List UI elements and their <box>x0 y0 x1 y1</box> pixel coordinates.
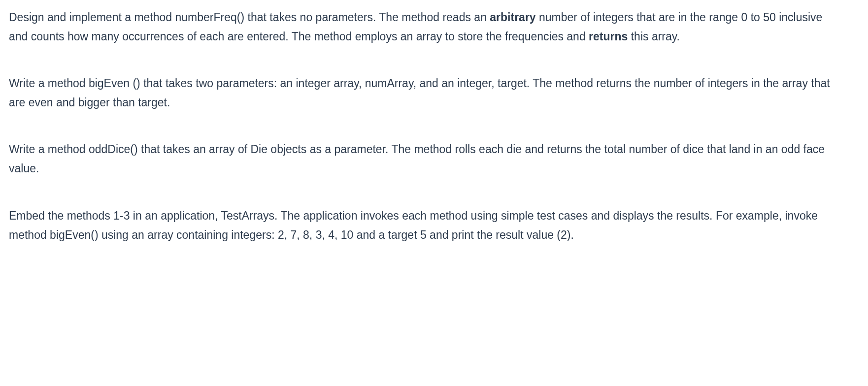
text-segment: Write a method bigEven () that takes two… <box>9 77 830 109</box>
bold-arbitrary: arbitrary <box>490 11 535 24</box>
paragraph-4: Embed the methods 1-3 in an application,… <box>9 206 836 245</box>
paragraph-2: Write a method bigEven () that takes two… <box>9 74 836 112</box>
bold-returns: returns <box>589 30 628 43</box>
text-segment: this array. <box>628 30 680 43</box>
text-segment: Design and implement a method numberFreq… <box>9 11 490 24</box>
paragraph-3: Write a method oddDice() that takes an a… <box>9 140 836 178</box>
text-segment: Embed the methods 1-3 in an application,… <box>9 209 818 241</box>
paragraph-1: Design and implement a method numberFreq… <box>9 8 836 46</box>
text-segment: Write a method oddDice() that takes an a… <box>9 143 825 175</box>
